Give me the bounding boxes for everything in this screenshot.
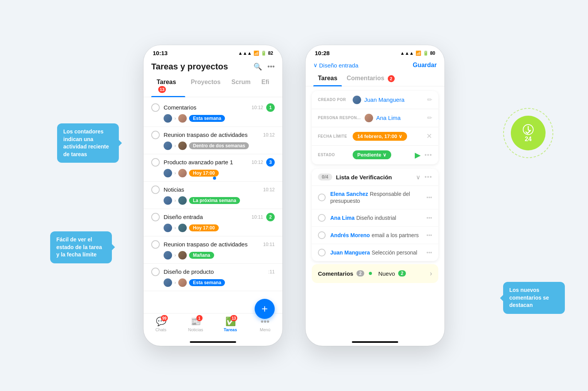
detail-value-estado: Pendiente ∨ (353, 150, 411, 159)
item-more-icon[interactable]: ••• (426, 194, 432, 201)
checklist-item[interactable]: Andrés Moreno email a los partners ••• (312, 227, 438, 244)
avatar (353, 96, 361, 104)
status-bar-2: 10:28 ▲▲▲ 📶 🔋 80 (306, 45, 444, 59)
avatar (164, 114, 172, 123)
avatar (164, 142, 172, 150)
checklist-progress: 0/4 (318, 174, 332, 180)
task-circle[interactable] (151, 158, 160, 167)
nav-label-tareas: Tareas (224, 327, 237, 332)
task-item[interactable]: Reunion traspaso de actividades 10:12 › … (144, 127, 282, 154)
nav-menu[interactable]: ••• Menú (248, 317, 282, 332)
check-circle[interactable] (318, 231, 326, 239)
task-item[interactable]: Diseño de producto :11 › Esta semana (144, 264, 282, 291)
tab-comentarios[interactable]: Comentarios 2 (342, 72, 399, 86)
tab-comentarios-badge: 2 (388, 75, 395, 82)
tareas-icon: ✅ 13 (225, 317, 236, 327)
nav-label-noticias: Noticias (188, 327, 203, 332)
item-more-icon[interactable]: ••• (426, 249, 432, 256)
nav-badge-chats: 99 (161, 315, 167, 321)
play-icon[interactable]: ▶ (415, 150, 421, 160)
avatar (178, 142, 187, 150)
task-circle[interactable] (151, 185, 160, 194)
time-1: 10:13 (153, 50, 167, 56)
check-circle[interactable] (318, 194, 326, 201)
checklist-more-icon[interactable]: ••• (424, 174, 432, 180)
task-circle[interactable] (151, 103, 160, 112)
comments-arrow-icon[interactable]: › (430, 270, 432, 278)
status-bar-1: 10:13 ▲▲▲ 📶 🔋 82 (144, 45, 282, 59)
tab-efi[interactable]: Efi (256, 76, 275, 97)
tab-proyectos[interactable]: Proyectos (185, 76, 226, 97)
detail-row-creado: CREADO POR Juan Manguera ✏ (312, 91, 438, 109)
detail-row-estado: ESTADO Pendiente ∨ ▶ ••• (312, 146, 438, 164)
check-circle[interactable] (318, 249, 326, 256)
task-circle[interactable] (151, 131, 160, 139)
fab-add-button[interactable]: + (255, 299, 275, 319)
avatar (164, 251, 172, 260)
status-icons-1: ▲▲▲ 📶 🔋 82 (238, 51, 273, 56)
checklist-item[interactable]: Ana Lima Diseño industrial ••• (312, 209, 438, 227)
task-item[interactable]: Noticias 10:12 › La próxima semana (144, 182, 282, 209)
phone-2: 10:28 ▲▲▲ 📶 🔋 80 ∨ Diseño entrada Guarda… (306, 45, 444, 346)
close-icon[interactable]: ✕ (426, 132, 432, 140)
save-button[interactable]: Guardar (413, 62, 437, 69)
more-icon[interactable]: ••• (267, 63, 275, 71)
back-button[interactable]: ∨ Diseño entrada (313, 62, 358, 69)
tab-scrum[interactable]: Scrum (226, 76, 256, 97)
nav-tareas[interactable]: ✅ 13 Tareas (213, 317, 248, 332)
header-icons-1: 🔍 ••• (253, 62, 275, 71)
date-tag[interactable]: 14 febrero, 17:00 ∨ (353, 132, 407, 141)
item-more-icon[interactable]: ••• (426, 215, 432, 221)
nav-badge-tareas: 13 (230, 315, 237, 321)
check-circle[interactable] (318, 214, 326, 222)
expand-icon[interactable]: ∨ (416, 174, 421, 181)
avatar (178, 169, 187, 177)
detail-header: ∨ Diseño entrada Guardar (306, 59, 444, 72)
task-item[interactable]: Reunion traspaso de actividades 10:11 › … (144, 236, 282, 264)
comments-count: 2 (357, 270, 365, 276)
task-circle[interactable] (151, 268, 160, 276)
task-circle[interactable] (151, 240, 160, 249)
avatar (164, 196, 172, 205)
task-item[interactable]: Comentarios 10:12 1 › Esta semana (144, 99, 282, 127)
task-list: Comentarios 10:12 1 › Esta semana (144, 97, 282, 313)
edit-icon[interactable]: ✏ (427, 114, 432, 121)
comments-bar[interactable]: Comentarios 2 Nuevo 2 › (312, 264, 438, 283)
tab-tareas[interactable]: Tareas13 (151, 76, 185, 97)
app-header-1: Tareas y proyectos 🔍 ••• (144, 59, 282, 76)
avatar (164, 278, 172, 287)
task-circle[interactable] (151, 213, 160, 221)
avatar (164, 169, 172, 177)
task-item[interactable]: Diseño entrada 10:11 2 › Hoy 17:00 (144, 209, 282, 236)
checklist-item[interactable]: Juan Manguera Selección personal ••• (312, 244, 438, 261)
nav-label-chats: Chats (155, 327, 167, 332)
dashed-ring (503, 108, 553, 158)
detail-value-creado: Juan Manguera (353, 96, 423, 104)
home-bar-2 (352, 341, 398, 343)
bottom-nav-1: 💬 99 Chats 📰 1 Noticias ✅ 13 (144, 313, 282, 340)
chats-icon: 💬 99 (156, 317, 166, 327)
checklist-item[interactable]: Elena Sanchez Responsable del presupuest… (312, 186, 438, 209)
item-more-icon[interactable]: ••• (426, 232, 432, 238)
more-icon[interactable]: ••• (424, 152, 432, 158)
annotation-comments: Los nuevos comentarios se destacan (503, 282, 565, 314)
task-item[interactable]: Producto avanzado parte 1 10:12 3 › Hoy … (144, 154, 282, 182)
nav-noticias[interactable]: 📰 1 Noticias (178, 317, 213, 332)
avatar (178, 114, 187, 123)
search-icon[interactable]: 🔍 (253, 62, 262, 71)
green-badge-container: 24 (511, 116, 546, 150)
annotation-status: Fácil de ver el estado de la tarea y la … (50, 231, 112, 263)
task-badge: 2 (266, 213, 275, 221)
avatar (365, 114, 373, 122)
checklist-section: 0/4 Lista de Verificación ∨ ••• Elena Sa… (312, 169, 438, 261)
menu-icon: ••• (260, 317, 269, 327)
nav-chats[interactable]: 💬 99 Chats (144, 317, 178, 332)
task-badge: 3 (266, 158, 275, 167)
tab-tareas-detail[interactable]: Tareas (313, 72, 342, 86)
status-tag[interactable]: Pendiente ∨ (353, 150, 391, 159)
edit-icon[interactable]: ✏ (427, 96, 432, 103)
avatar (164, 224, 172, 232)
status-icons-2: ▲▲▲ 📶 🔋 80 (400, 51, 435, 56)
detail-scroll: CREADO POR Juan Manguera ✏ PERSONA RESPO… (306, 86, 444, 340)
progress-dot (213, 177, 216, 180)
